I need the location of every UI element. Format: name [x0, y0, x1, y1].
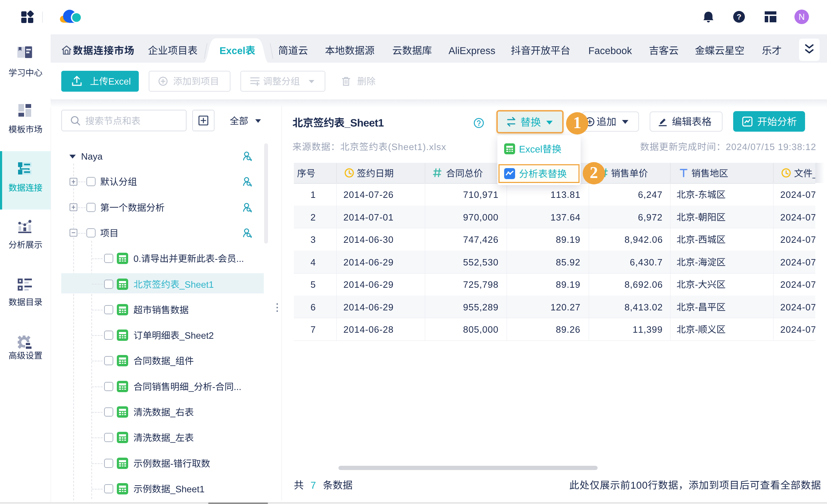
svg-text:N: N [799, 12, 805, 22]
svg-text:?: ? [737, 12, 741, 21]
